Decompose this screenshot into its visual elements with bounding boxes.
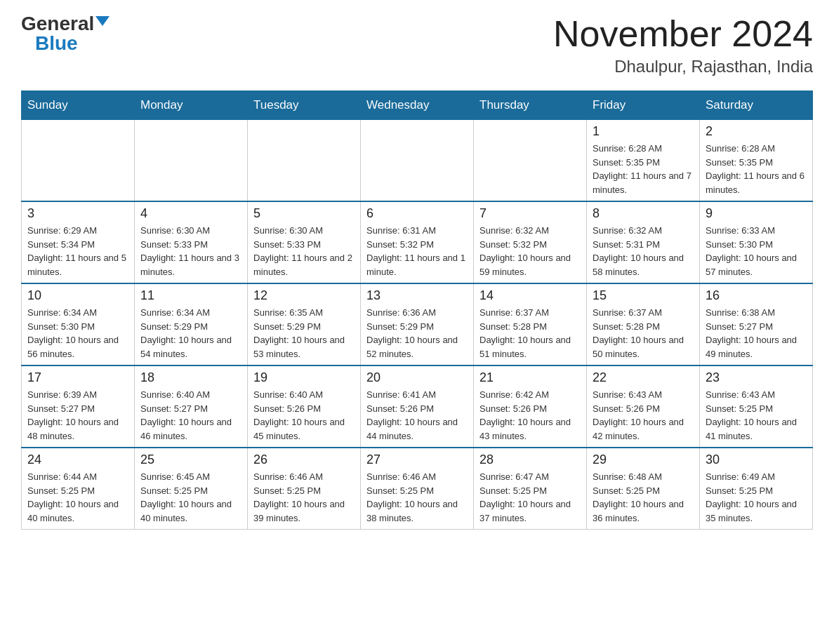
day-info: Sunrise: 6:29 AM Sunset: 5:34 PM Dayligh… xyxy=(27,224,128,279)
location-text: Dhaulpur, Rajasthan, India xyxy=(553,57,813,76)
day-info: Sunrise: 6:34 AM Sunset: 5:29 PM Dayligh… xyxy=(140,306,241,361)
calendar-day-cell: 26Sunrise: 6:46 AM Sunset: 5:25 PM Dayli… xyxy=(248,448,361,530)
day-number: 6 xyxy=(366,206,468,221)
day-number: 19 xyxy=(253,370,355,385)
calendar-week-row: 1Sunrise: 6:28 AM Sunset: 5:35 PM Daylig… xyxy=(22,120,813,202)
column-header-monday: Monday xyxy=(135,91,248,120)
column-header-saturday: Saturday xyxy=(700,91,813,120)
calendar-day-cell: 27Sunrise: 6:46 AM Sunset: 5:25 PM Dayli… xyxy=(361,448,474,530)
logo: General Blue xyxy=(21,14,110,53)
calendar-week-row: 10Sunrise: 6:34 AM Sunset: 5:30 PM Dayli… xyxy=(22,283,813,365)
calendar-day-cell: 19Sunrise: 6:40 AM Sunset: 5:26 PM Dayli… xyxy=(248,365,361,448)
calendar-day-cell xyxy=(474,120,587,202)
day-number: 28 xyxy=(479,452,581,467)
day-number: 13 xyxy=(366,288,468,303)
day-info: Sunrise: 6:28 AM Sunset: 5:35 PM Dayligh… xyxy=(706,142,807,196)
calendar-week-row: 3Sunrise: 6:29 AM Sunset: 5:34 PM Daylig… xyxy=(22,201,813,283)
calendar-week-row: 24Sunrise: 6:44 AM Sunset: 5:25 PM Dayli… xyxy=(22,448,813,530)
logo-general-text: General xyxy=(21,14,94,34)
day-info: Sunrise: 6:30 AM Sunset: 5:33 PM Dayligh… xyxy=(253,224,355,279)
day-number: 11 xyxy=(140,288,241,303)
day-number: 20 xyxy=(366,370,468,385)
day-number: 18 xyxy=(140,370,241,385)
calendar-day-cell: 9Sunrise: 6:33 AM Sunset: 5:30 PM Daylig… xyxy=(700,201,813,283)
column-header-tuesday: Tuesday xyxy=(248,91,361,120)
day-number: 14 xyxy=(479,288,581,303)
calendar-day-cell: 20Sunrise: 6:41 AM Sunset: 5:26 PM Dayli… xyxy=(361,365,474,448)
day-info: Sunrise: 6:32 AM Sunset: 5:32 PM Dayligh… xyxy=(479,224,581,279)
calendar-day-cell: 25Sunrise: 6:45 AM Sunset: 5:25 PM Dayli… xyxy=(135,448,248,530)
day-info: Sunrise: 6:49 AM Sunset: 5:25 PM Dayligh… xyxy=(706,470,807,525)
day-number: 4 xyxy=(140,206,241,221)
calendar-day-cell: 14Sunrise: 6:37 AM Sunset: 5:28 PM Dayli… xyxy=(474,283,587,365)
day-number: 27 xyxy=(366,452,468,467)
day-info: Sunrise: 6:33 AM Sunset: 5:30 PM Dayligh… xyxy=(706,224,807,279)
calendar-day-cell: 6Sunrise: 6:31 AM Sunset: 5:32 PM Daylig… xyxy=(361,201,474,283)
day-info: Sunrise: 6:31 AM Sunset: 5:32 PM Dayligh… xyxy=(366,224,468,279)
column-header-sunday: Sunday xyxy=(22,91,135,120)
calendar-table: SundayMondayTuesdayWednesdayThursdayFrid… xyxy=(21,90,813,530)
day-info: Sunrise: 6:43 AM Sunset: 5:26 PM Dayligh… xyxy=(593,388,694,443)
day-number: 17 xyxy=(27,370,128,385)
calendar-day-cell: 24Sunrise: 6:44 AM Sunset: 5:25 PM Dayli… xyxy=(22,448,135,530)
day-number: 29 xyxy=(593,452,694,467)
title-section: November 2024 Dhaulpur, Rajasthan, India xyxy=(553,14,813,76)
calendar-day-cell: 4Sunrise: 6:30 AM Sunset: 5:33 PM Daylig… xyxy=(135,201,248,283)
day-info: Sunrise: 6:32 AM Sunset: 5:31 PM Dayligh… xyxy=(593,224,694,279)
day-info: Sunrise: 6:48 AM Sunset: 5:25 PM Dayligh… xyxy=(593,470,694,525)
day-number: 30 xyxy=(706,452,807,467)
day-number: 22 xyxy=(593,370,694,385)
logo-blue-text: Blue xyxy=(35,32,78,54)
day-info: Sunrise: 6:28 AM Sunset: 5:35 PM Dayligh… xyxy=(593,142,694,196)
calendar-day-cell xyxy=(135,120,248,202)
calendar-day-cell: 7Sunrise: 6:32 AM Sunset: 5:32 PM Daylig… xyxy=(474,201,587,283)
calendar-day-cell: 10Sunrise: 6:34 AM Sunset: 5:30 PM Dayli… xyxy=(22,283,135,365)
calendar-day-cell: 21Sunrise: 6:42 AM Sunset: 5:26 PM Dayli… xyxy=(474,365,587,448)
day-number: 21 xyxy=(479,370,581,385)
day-info: Sunrise: 6:45 AM Sunset: 5:25 PM Dayligh… xyxy=(140,470,241,525)
calendar-day-cell: 1Sunrise: 6:28 AM Sunset: 5:35 PM Daylig… xyxy=(587,120,700,202)
calendar-day-cell: 3Sunrise: 6:29 AM Sunset: 5:34 PM Daylig… xyxy=(22,201,135,283)
calendar-day-cell: 8Sunrise: 6:32 AM Sunset: 5:31 PM Daylig… xyxy=(587,201,700,283)
day-info: Sunrise: 6:43 AM Sunset: 5:25 PM Dayligh… xyxy=(706,388,807,443)
day-info: Sunrise: 6:30 AM Sunset: 5:33 PM Dayligh… xyxy=(140,224,241,279)
calendar-day-cell: 2Sunrise: 6:28 AM Sunset: 5:35 PM Daylig… xyxy=(700,120,813,202)
calendar-day-cell: 11Sunrise: 6:34 AM Sunset: 5:29 PM Dayli… xyxy=(135,283,248,365)
calendar-day-cell xyxy=(22,120,135,202)
calendar-day-cell: 30Sunrise: 6:49 AM Sunset: 5:25 PM Dayli… xyxy=(700,448,813,530)
day-number: 9 xyxy=(706,206,807,221)
day-info: Sunrise: 6:40 AM Sunset: 5:27 PM Dayligh… xyxy=(140,388,241,443)
day-number: 3 xyxy=(27,206,128,221)
day-info: Sunrise: 6:42 AM Sunset: 5:26 PM Dayligh… xyxy=(479,388,581,443)
day-info: Sunrise: 6:46 AM Sunset: 5:25 PM Dayligh… xyxy=(253,470,355,525)
day-info: Sunrise: 6:46 AM Sunset: 5:25 PM Dayligh… xyxy=(366,470,468,525)
day-info: Sunrise: 6:36 AM Sunset: 5:29 PM Dayligh… xyxy=(366,306,468,361)
calendar-day-cell: 22Sunrise: 6:43 AM Sunset: 5:26 PM Dayli… xyxy=(587,365,700,448)
day-number: 24 xyxy=(27,452,128,467)
calendar-day-cell: 18Sunrise: 6:40 AM Sunset: 5:27 PM Dayli… xyxy=(135,365,248,448)
day-number: 23 xyxy=(706,370,807,385)
day-number: 26 xyxy=(253,452,355,467)
day-info: Sunrise: 6:38 AM Sunset: 5:27 PM Dayligh… xyxy=(706,306,807,361)
calendar-day-cell xyxy=(361,120,474,202)
day-number: 25 xyxy=(140,452,241,467)
day-number: 16 xyxy=(706,288,807,303)
day-number: 15 xyxy=(593,288,694,303)
day-info: Sunrise: 6:47 AM Sunset: 5:25 PM Dayligh… xyxy=(479,470,581,525)
calendar-header-row: SundayMondayTuesdayWednesdayThursdayFrid… xyxy=(22,91,813,120)
calendar-day-cell: 17Sunrise: 6:39 AM Sunset: 5:27 PM Dayli… xyxy=(22,365,135,448)
day-number: 7 xyxy=(479,206,581,221)
calendar-day-cell: 5Sunrise: 6:30 AM Sunset: 5:33 PM Daylig… xyxy=(248,201,361,283)
day-info: Sunrise: 6:40 AM Sunset: 5:26 PM Dayligh… xyxy=(253,388,355,443)
calendar-day-cell: 23Sunrise: 6:43 AM Sunset: 5:25 PM Dayli… xyxy=(700,365,813,448)
day-info: Sunrise: 6:35 AM Sunset: 5:29 PM Dayligh… xyxy=(253,306,355,361)
calendar-day-cell: 29Sunrise: 6:48 AM Sunset: 5:25 PM Dayli… xyxy=(587,448,700,530)
column-header-friday: Friday xyxy=(587,91,700,120)
calendar-day-cell: 28Sunrise: 6:47 AM Sunset: 5:25 PM Dayli… xyxy=(474,448,587,530)
day-number: 5 xyxy=(253,206,355,221)
calendar-day-cell: 16Sunrise: 6:38 AM Sunset: 5:27 PM Dayli… xyxy=(700,283,813,365)
calendar-day-cell xyxy=(248,120,361,202)
calendar-week-row: 17Sunrise: 6:39 AM Sunset: 5:27 PM Dayli… xyxy=(22,365,813,448)
day-info: Sunrise: 6:41 AM Sunset: 5:26 PM Dayligh… xyxy=(366,388,468,443)
day-info: Sunrise: 6:37 AM Sunset: 5:28 PM Dayligh… xyxy=(479,306,581,361)
